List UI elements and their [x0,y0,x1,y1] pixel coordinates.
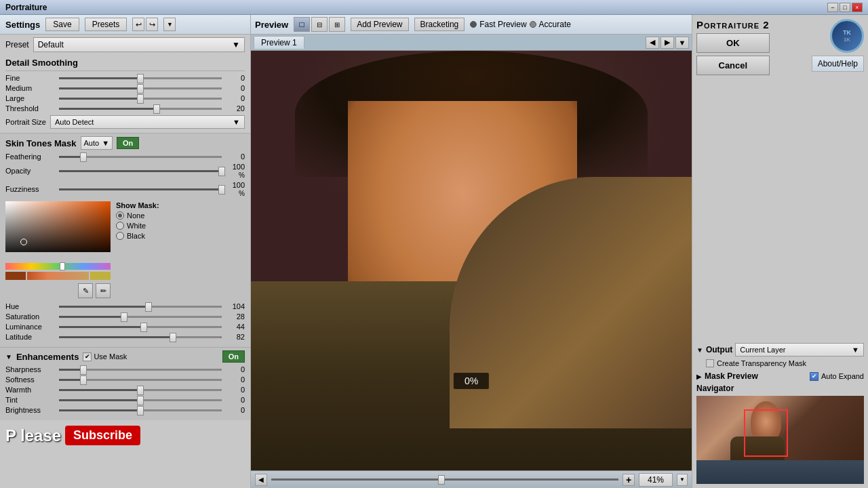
large-slider-row: Large 0 [5,94,245,102]
softness-slider[interactable] [59,379,222,381]
cancel-button[interactable]: Cancel [696,56,770,75]
subscribe-banner: P lease Subscribe [0,423,250,448]
skin-tones-on-button[interactable]: On [117,137,139,149]
accurate-radio[interactable] [530,21,536,28]
nav-options[interactable]: ▼ [675,37,689,49]
right-panel: PORTRAITURE 2 OK Cancel TK 1K About/Help [692,15,868,488]
scroll-thumb[interactable] [438,475,445,485]
subscribe-button[interactable]: Subscribe [65,426,140,445]
preview-tab-1[interactable]: Preview 1 [254,36,304,49]
color-strip [5,272,111,280]
feathering-slider[interactable] [59,156,222,158]
logo-area: PORTRAITURE 2 [696,19,770,30]
fast-preview-radio[interactable] [470,21,477,28]
layout-single-button[interactable]: □ [294,17,310,32]
tint-slider[interactable] [59,399,222,401]
zoom-dropdown[interactable]: ▼ [677,474,688,486]
opacity-label: Opacity [5,167,56,175]
large-label: Large [5,94,56,102]
close-button[interactable]: × [852,3,863,12]
ok-button[interactable]: OK [696,33,770,53]
opacity-slider[interactable] [59,170,222,172]
use-mask-checkbox-area[interactable]: ✔ Use Mask [83,352,127,361]
brightness-slider[interactable] [59,409,222,411]
image-area: 0% [251,51,692,470]
sharpness-slider[interactable] [59,369,222,371]
large-slider[interactable] [59,98,222,100]
radio-white-circle[interactable] [116,222,124,230]
portrait-size-select[interactable]: Auto Detect ▼ [50,115,245,129]
enhancements-on-button[interactable]: On [222,350,245,363]
preset-select[interactable]: Default ▼ [33,37,245,52]
threshold-value: 20 [224,104,245,113]
center-panel: Preview □ ⊟ ⊞ Add Preview Bracketing Fas… [251,15,692,488]
zoom-out-button[interactable]: + [623,474,635,486]
softness-value: 0 [224,375,245,384]
about-help-button[interactable]: About/Help [812,56,864,72]
radio-white[interactable]: White [116,222,159,230]
output-layer-select[interactable]: Current Layer ▼ [735,343,864,357]
presets-button[interactable]: Presets [85,18,127,31]
output-dropdown-icon: ▼ [852,346,859,354]
saturation-slider[interactable] [59,316,222,318]
undo-button[interactable]: ↩ [132,18,144,31]
hue-value: 104 [224,302,245,310]
layout-quad-button[interactable]: ⊞ [329,17,345,32]
fine-value: 0 [224,74,245,82]
medium-slider-row: Medium 0 [5,84,245,92]
enhancements-collapse-arrow[interactable]: ▼ [5,353,12,361]
luminance-slider[interactable] [59,326,222,328]
transparency-checkbox[interactable] [706,359,714,367]
navigator-title: Navigator [696,384,864,393]
output-expand-arrow[interactable]: ▼ [696,346,703,354]
minimize-button[interactable]: − [827,3,838,12]
navigator-thumbnail[interactable] [696,396,864,484]
fine-slider[interactable] [59,77,222,79]
color-picker[interactable] [5,201,111,259]
eyedropper-minus-button[interactable]: ✏ [96,283,111,298]
skin-tones-auto-select[interactable]: Auto ▼ [81,136,113,150]
hue-slider[interactable] [59,306,222,308]
show-mask-panel: Show Mask: None White Black [116,201,159,298]
next-arrow[interactable]: ▶ [660,37,674,49]
portrait-size-row: Portrait Size Auto Detect ▼ [5,115,245,129]
scroll-left-button[interactable]: ◀ [255,474,267,486]
color-strip-gradient [27,272,89,280]
navigator-viewport-box[interactable] [744,409,788,457]
latitude-slider[interactable] [59,336,222,338]
warmth-slider[interactable] [59,389,222,391]
layout-double-button[interactable]: ⊟ [311,17,328,32]
radio-none-circle[interactable] [116,211,124,220]
eyedropper-button[interactable]: ✎ [78,283,93,298]
bracketing-button[interactable]: Bracketing [414,18,465,31]
left-panel: Settings Save Presets ↩ ↪ ▼ Preset Defau… [0,15,251,488]
fuzziness-slider[interactable] [59,188,222,190]
medium-slider[interactable] [59,87,222,89]
add-preview-button[interactable]: Add Preview [351,18,408,31]
threshold-label: Threshold [5,104,56,113]
hue-bar[interactable] [5,263,111,270]
saturation-label: Saturation [5,312,56,321]
use-mask-checkbox[interactable]: ✔ [83,352,92,361]
sharpness-value: 0 [224,365,245,373]
maximize-button[interactable]: □ [840,3,850,12]
portrait-size-dropdown-icon: ▼ [233,118,240,126]
redo-button[interactable]: ↪ [146,18,158,31]
spacer [696,87,864,343]
hue-row: Hue 104 [5,302,245,310]
radio-none[interactable]: None [116,211,159,220]
save-button[interactable]: Save [45,18,79,31]
scroll-slider[interactable] [271,479,618,481]
preset-label: Preset [5,40,29,49]
lease-text: lease [20,426,61,445]
settings-dropdown[interactable]: ▼ [163,18,176,31]
brightness-row: Brightness 0 [5,406,245,414]
threshold-slider[interactable] [59,108,222,110]
auto-expand-checkbox[interactable]: ✔ [810,372,818,381]
fast-preview-area: Fast Preview Accurate [470,20,571,29]
prev-arrow[interactable]: ◀ [646,37,659,49]
large-value: 0 [224,94,245,102]
radio-black[interactable]: Black [116,232,159,240]
radio-black-circle[interactable] [116,232,124,240]
mask-preview-expand-arrow[interactable]: ▶ [696,373,702,380]
